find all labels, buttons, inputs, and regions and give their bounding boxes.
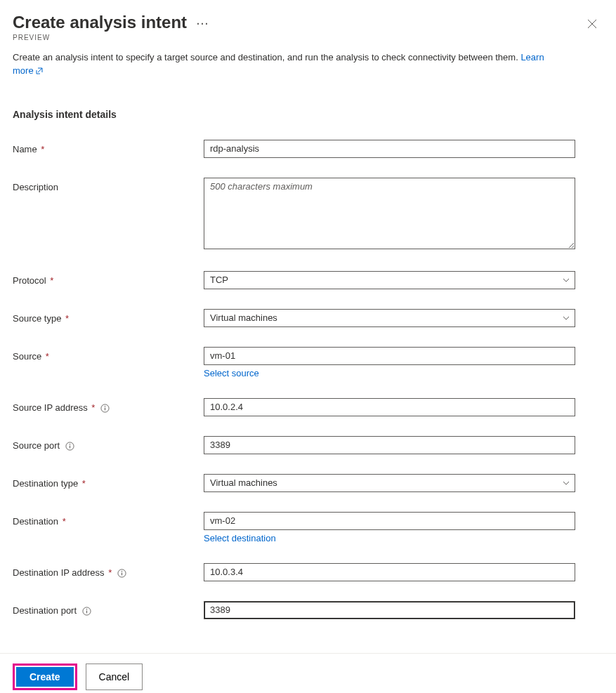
select-source-link[interactable]: Select source bbox=[204, 368, 259, 378]
name-label: Name bbox=[13, 144, 37, 154]
close-icon bbox=[587, 19, 597, 29]
page-title-text: Create analysis intent bbox=[13, 13, 187, 32]
page-title: Create analysis intent ··· bbox=[13, 13, 581, 32]
external-link-icon bbox=[35, 67, 44, 75]
chevron-down-icon bbox=[562, 314, 570, 322]
svg-point-1 bbox=[105, 406, 105, 407]
dest-ip-input[interactable] bbox=[204, 563, 575, 581]
source-port-label: Source port bbox=[13, 440, 60, 451]
required-indicator: * bbox=[50, 275, 53, 286]
dest-type-label: Destination type bbox=[13, 478, 78, 489]
protocol-value: TCP bbox=[210, 275, 228, 285]
svg-point-10 bbox=[86, 609, 86, 609]
dest-ip-label: Destination IP address bbox=[13, 567, 105, 578]
destination-label: Destination bbox=[13, 516, 58, 527]
protocol-label: Protocol bbox=[13, 275, 46, 286]
required-indicator: * bbox=[65, 313, 69, 324]
svg-rect-8 bbox=[122, 572, 122, 575]
svg-rect-11 bbox=[86, 610, 87, 613]
source-type-select[interactable]: Virtual machines bbox=[204, 309, 575, 327]
protocol-select[interactable]: TCP bbox=[204, 271, 575, 289]
source-label: Source bbox=[13, 351, 41, 362]
close-button[interactable] bbox=[581, 13, 603, 35]
dest-type-value: Virtual machines bbox=[210, 477, 277, 488]
required-indicator: * bbox=[91, 402, 95, 413]
info-icon[interactable] bbox=[82, 607, 91, 616]
required-indicator: * bbox=[63, 516, 66, 527]
preview-badge: PREVIEW bbox=[13, 34, 581, 41]
create-button-highlight: Create bbox=[13, 664, 77, 690]
info-icon[interactable] bbox=[65, 442, 74, 451]
dest-type-select[interactable]: Virtual machines bbox=[204, 474, 575, 492]
cancel-button[interactable]: Cancel bbox=[86, 664, 143, 690]
section-heading-details: Analysis intent details bbox=[13, 109, 603, 120]
required-indicator: * bbox=[108, 567, 112, 578]
description-input[interactable] bbox=[204, 178, 575, 249]
name-input[interactable] bbox=[204, 140, 575, 158]
required-indicator: * bbox=[46, 351, 49, 362]
source-ip-label: Source IP address bbox=[13, 402, 88, 413]
destination-input[interactable] bbox=[204, 512, 575, 530]
svg-rect-5 bbox=[70, 445, 70, 448]
chevron-down-icon bbox=[562, 276, 570, 284]
svg-point-7 bbox=[122, 571, 122, 572]
source-ip-input[interactable] bbox=[204, 398, 575, 416]
select-destination-link[interactable]: Select destination bbox=[204, 533, 276, 543]
source-type-value: Virtual machines bbox=[210, 312, 277, 323]
more-icon[interactable]: ··· bbox=[197, 18, 209, 29]
info-icon[interactable] bbox=[117, 569, 126, 578]
description-label: Description bbox=[13, 182, 58, 192]
chevron-down-icon bbox=[562, 479, 570, 487]
svg-point-4 bbox=[70, 444, 70, 444]
required-indicator: * bbox=[82, 478, 86, 489]
create-button[interactable]: Create bbox=[16, 667, 74, 687]
svg-rect-2 bbox=[105, 407, 105, 410]
dest-port-input[interactable] bbox=[204, 601, 575, 619]
intro-body: Create an analysis intent to specify a t… bbox=[13, 52, 518, 62]
info-icon[interactable] bbox=[100, 404, 110, 413]
dest-port-label: Destination port bbox=[13, 605, 77, 616]
source-type-label: Source type bbox=[13, 313, 61, 324]
source-port-input[interactable] bbox=[204, 436, 575, 454]
source-input[interactable] bbox=[204, 347, 575, 365]
intro-text: Create an analysis intent to specify a t… bbox=[13, 51, 561, 78]
required-indicator: * bbox=[41, 144, 44, 154]
